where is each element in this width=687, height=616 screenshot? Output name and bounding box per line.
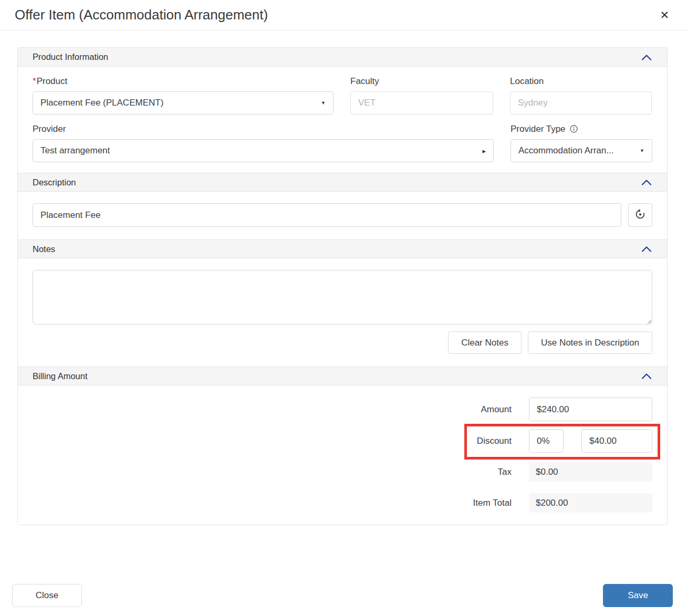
save-button[interactable]: Save: [603, 584, 673, 607]
amount-label: Amount: [481, 404, 512, 415]
provider-type-field: Provider Type Accommodation Arran... ▼: [511, 123, 652, 162]
section-header-description[interactable]: Description: [18, 173, 667, 192]
provider-label: Provider: [33, 123, 494, 135]
amount-input[interactable]: [529, 398, 652, 421]
description-input[interactable]: [33, 203, 621, 227]
provider-type-label: Provider Type: [511, 123, 652, 135]
amount-row: Amount: [33, 398, 652, 421]
section-header-product-information[interactable]: Product Information: [18, 48, 667, 67]
close-button[interactable]: Close: [12, 584, 82, 607]
tax-value: $0.00: [529, 462, 652, 482]
location-input: [510, 91, 652, 114]
section-header-notes[interactable]: Notes: [18, 239, 667, 258]
modal-footer: Close Save: [12, 584, 673, 607]
notes-buttons: Clear Notes Use Notes in Description: [33, 331, 652, 354]
billing-body: Amount Discount Tax $0.00 Item Total $20: [18, 385, 667, 525]
info-icon: [570, 125, 578, 133]
product-label: *Product: [33, 75, 334, 88]
section-header-billing-amount[interactable]: Billing Amount: [18, 367, 667, 385]
faculty-field: Faculty: [350, 75, 493, 114]
chevron-up-icon: [641, 53, 652, 61]
use-notes-in-description-button[interactable]: Use Notes in Description: [528, 331, 652, 354]
section-product-information: Product Information *Product Placement F…: [18, 48, 667, 173]
product-field: *Product Placement Fee (PLACEMENT) ▼: [33, 75, 334, 114]
chevron-down-icon: ▼: [321, 100, 326, 106]
product-information-body: *Product Placement Fee (PLACEMENT) ▼ Fac…: [18, 67, 667, 173]
tax-row: Tax $0.00: [33, 462, 652, 482]
product-select[interactable]: Placement Fee (PLACEMENT) ▼: [33, 91, 334, 114]
discount-row: Discount: [33, 429, 652, 453]
description-body: [18, 192, 667, 239]
faculty-label: Faculty: [350, 75, 493, 88]
notes-body: Clear Notes Use Notes in Description: [18, 258, 667, 367]
close-icon[interactable]: ✕: [657, 7, 672, 23]
location-field: Location: [510, 75, 652, 114]
section-title: Notes: [33, 244, 55, 254]
product-select-value: Placement Fee (PLACEMENT): [40, 98, 163, 108]
page-title: Offer Item (Accommodation Arrangement): [15, 7, 268, 23]
provider-value: Test arrangement: [40, 145, 110, 156]
provider-lookup[interactable]: Test arrangement ▸: [33, 139, 494, 162]
reset-icon: [634, 208, 646, 222]
section-billing-amount: Billing Amount Amount Discount: [18, 367, 667, 525]
provider-type-select[interactable]: Accommodation Arran... ▼: [511, 139, 652, 162]
required-marker: *: [33, 76, 36, 86]
item-total-row: Item Total $200.00: [33, 493, 652, 513]
reset-description-button[interactable]: [628, 203, 652, 227]
chevron-down-icon: ▼: [640, 148, 644, 153]
provider-type-value: Accommodation Arran...: [518, 145, 613, 156]
chevron-up-icon: [641, 178, 652, 186]
expand-right-icon: ▸: [482, 147, 486, 155]
clear-notes-button[interactable]: Clear Notes: [448, 331, 522, 354]
discount-percent-input[interactable]: [529, 429, 564, 453]
faculty-input: [350, 91, 493, 114]
sections-container: Product Information *Product Placement F…: [17, 47, 668, 525]
section-notes: Notes Clear Notes Use Notes in Descripti…: [18, 239, 667, 367]
item-total-value: $200.00: [529, 493, 652, 513]
section-title: Description: [33, 178, 76, 187]
section-title: Billing Amount: [33, 371, 88, 381]
section-title: Product Information: [33, 52, 108, 62]
section-description: Description: [18, 173, 667, 239]
discount-label: Discount: [477, 436, 512, 446]
chevron-up-icon: [641, 372, 652, 380]
discount-amount-input[interactable]: [581, 429, 652, 453]
chevron-up-icon: [641, 245, 652, 253]
notes-textarea[interactable]: [33, 270, 652, 325]
modal-header: Offer Item (Accommodation Arrangement) ✕: [0, 0, 687, 30]
location-label: Location: [510, 75, 652, 88]
item-total-label: Item Total: [473, 498, 512, 508]
tax-label: Tax: [498, 467, 512, 477]
provider-field: Provider Test arrangement ▸: [33, 123, 494, 162]
